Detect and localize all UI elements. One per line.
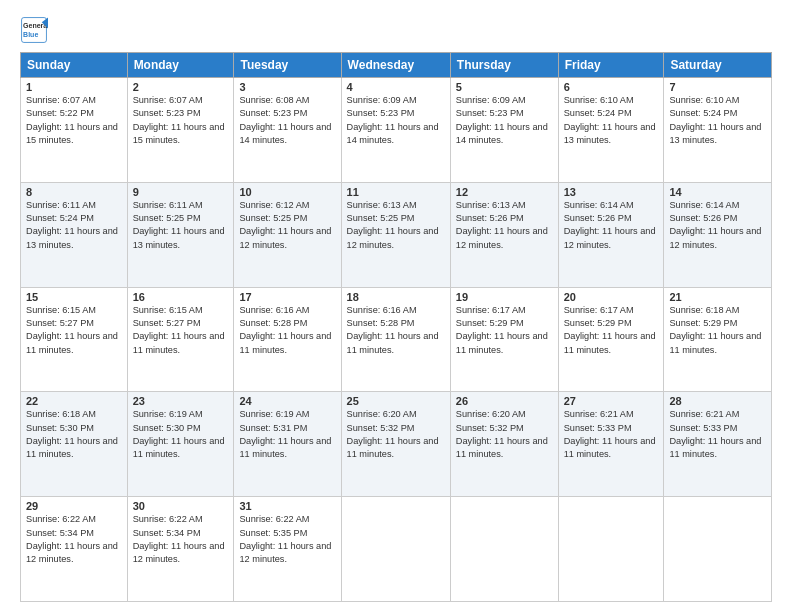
table-row: 27Sunrise: 6:21 AMSunset: 5:33 PMDayligh… bbox=[558, 392, 664, 497]
day-number: 19 bbox=[456, 291, 553, 303]
day-number: 30 bbox=[133, 500, 229, 512]
table-row: 17Sunrise: 6:16 AMSunset: 5:28 PMDayligh… bbox=[234, 287, 341, 392]
day-number: 15 bbox=[26, 291, 122, 303]
day-number: 27 bbox=[564, 395, 659, 407]
day-number: 18 bbox=[347, 291, 445, 303]
table-row: 9Sunrise: 6:11 AMSunset: 5:25 PMDaylight… bbox=[127, 182, 234, 287]
day-info: Sunrise: 6:07 AMSunset: 5:23 PMDaylight:… bbox=[133, 94, 229, 147]
day-info: Sunrise: 6:11 AMSunset: 5:25 PMDaylight:… bbox=[133, 199, 229, 252]
table-row: 18Sunrise: 6:16 AMSunset: 5:28 PMDayligh… bbox=[341, 287, 450, 392]
day-info: Sunrise: 6:11 AMSunset: 5:24 PMDaylight:… bbox=[26, 199, 122, 252]
day-number: 21 bbox=[669, 291, 766, 303]
day-info: Sunrise: 6:20 AMSunset: 5:32 PMDaylight:… bbox=[456, 408, 553, 461]
table-row: 5Sunrise: 6:09 AMSunset: 5:23 PMDaylight… bbox=[450, 78, 558, 183]
day-number: 16 bbox=[133, 291, 229, 303]
day-number: 29 bbox=[26, 500, 122, 512]
day-info: Sunrise: 6:22 AMSunset: 5:35 PMDaylight:… bbox=[239, 513, 335, 566]
table-row: 20Sunrise: 6:17 AMSunset: 5:29 PMDayligh… bbox=[558, 287, 664, 392]
col-header-tuesday: Tuesday bbox=[234, 53, 341, 78]
day-info: Sunrise: 6:17 AMSunset: 5:29 PMDaylight:… bbox=[564, 304, 659, 357]
table-row bbox=[450, 497, 558, 602]
col-header-friday: Friday bbox=[558, 53, 664, 78]
day-info: Sunrise: 6:15 AMSunset: 5:27 PMDaylight:… bbox=[133, 304, 229, 357]
col-header-monday: Monday bbox=[127, 53, 234, 78]
header: General Blue bbox=[20, 16, 772, 44]
table-row: 1Sunrise: 6:07 AMSunset: 5:22 PMDaylight… bbox=[21, 78, 128, 183]
table-row: 11Sunrise: 6:13 AMSunset: 5:25 PMDayligh… bbox=[341, 182, 450, 287]
day-number: 22 bbox=[26, 395, 122, 407]
day-info: Sunrise: 6:14 AMSunset: 5:26 PMDaylight:… bbox=[564, 199, 659, 252]
day-number: 9 bbox=[133, 186, 229, 198]
table-row: 2Sunrise: 6:07 AMSunset: 5:23 PMDaylight… bbox=[127, 78, 234, 183]
day-info: Sunrise: 6:09 AMSunset: 5:23 PMDaylight:… bbox=[456, 94, 553, 147]
day-number: 3 bbox=[239, 81, 335, 93]
table-row: 30Sunrise: 6:22 AMSunset: 5:34 PMDayligh… bbox=[127, 497, 234, 602]
day-number: 2 bbox=[133, 81, 229, 93]
col-header-sunday: Sunday bbox=[21, 53, 128, 78]
table-row: 24Sunrise: 6:19 AMSunset: 5:31 PMDayligh… bbox=[234, 392, 341, 497]
table-row: 25Sunrise: 6:20 AMSunset: 5:32 PMDayligh… bbox=[341, 392, 450, 497]
day-number: 17 bbox=[239, 291, 335, 303]
table-row: 29Sunrise: 6:22 AMSunset: 5:34 PMDayligh… bbox=[21, 497, 128, 602]
page: General Blue SundayMondayTuesdayWednesda… bbox=[0, 0, 792, 612]
day-number: 20 bbox=[564, 291, 659, 303]
day-number: 24 bbox=[239, 395, 335, 407]
col-header-wednesday: Wednesday bbox=[341, 53, 450, 78]
day-info: Sunrise: 6:13 AMSunset: 5:26 PMDaylight:… bbox=[456, 199, 553, 252]
day-info: Sunrise: 6:14 AMSunset: 5:26 PMDaylight:… bbox=[669, 199, 766, 252]
table-row bbox=[341, 497, 450, 602]
day-info: Sunrise: 6:07 AMSunset: 5:22 PMDaylight:… bbox=[26, 94, 122, 147]
day-info: Sunrise: 6:19 AMSunset: 5:31 PMDaylight:… bbox=[239, 408, 335, 461]
col-header-thursday: Thursday bbox=[450, 53, 558, 78]
day-info: Sunrise: 6:10 AMSunset: 5:24 PMDaylight:… bbox=[564, 94, 659, 147]
day-number: 12 bbox=[456, 186, 553, 198]
day-info: Sunrise: 6:15 AMSunset: 5:27 PMDaylight:… bbox=[26, 304, 122, 357]
day-number: 13 bbox=[564, 186, 659, 198]
day-info: Sunrise: 6:16 AMSunset: 5:28 PMDaylight:… bbox=[347, 304, 445, 357]
table-row: 12Sunrise: 6:13 AMSunset: 5:26 PMDayligh… bbox=[450, 182, 558, 287]
day-number: 7 bbox=[669, 81, 766, 93]
day-info: Sunrise: 6:12 AMSunset: 5:25 PMDaylight:… bbox=[239, 199, 335, 252]
day-info: Sunrise: 6:16 AMSunset: 5:28 PMDaylight:… bbox=[239, 304, 335, 357]
table-row: 3Sunrise: 6:08 AMSunset: 5:23 PMDaylight… bbox=[234, 78, 341, 183]
day-info: Sunrise: 6:18 AMSunset: 5:29 PMDaylight:… bbox=[669, 304, 766, 357]
table-row: 26Sunrise: 6:20 AMSunset: 5:32 PMDayligh… bbox=[450, 392, 558, 497]
day-info: Sunrise: 6:22 AMSunset: 5:34 PMDaylight:… bbox=[133, 513, 229, 566]
table-row bbox=[664, 497, 772, 602]
table-row: 21Sunrise: 6:18 AMSunset: 5:29 PMDayligh… bbox=[664, 287, 772, 392]
day-info: Sunrise: 6:17 AMSunset: 5:29 PMDaylight:… bbox=[456, 304, 553, 357]
table-row: 28Sunrise: 6:21 AMSunset: 5:33 PMDayligh… bbox=[664, 392, 772, 497]
day-number: 31 bbox=[239, 500, 335, 512]
table-row: 14Sunrise: 6:14 AMSunset: 5:26 PMDayligh… bbox=[664, 182, 772, 287]
day-info: Sunrise: 6:18 AMSunset: 5:30 PMDaylight:… bbox=[26, 408, 122, 461]
table-row: 7Sunrise: 6:10 AMSunset: 5:24 PMDaylight… bbox=[664, 78, 772, 183]
table-row: 13Sunrise: 6:14 AMSunset: 5:26 PMDayligh… bbox=[558, 182, 664, 287]
day-number: 25 bbox=[347, 395, 445, 407]
day-number: 6 bbox=[564, 81, 659, 93]
day-info: Sunrise: 6:20 AMSunset: 5:32 PMDaylight:… bbox=[347, 408, 445, 461]
day-number: 11 bbox=[347, 186, 445, 198]
col-header-saturday: Saturday bbox=[664, 53, 772, 78]
table-row: 16Sunrise: 6:15 AMSunset: 5:27 PMDayligh… bbox=[127, 287, 234, 392]
day-info: Sunrise: 6:08 AMSunset: 5:23 PMDaylight:… bbox=[239, 94, 335, 147]
day-number: 4 bbox=[347, 81, 445, 93]
day-number: 8 bbox=[26, 186, 122, 198]
logo: General Blue bbox=[20, 16, 48, 44]
day-number: 14 bbox=[669, 186, 766, 198]
svg-rect-0 bbox=[22, 18, 47, 43]
table-row: 10Sunrise: 6:12 AMSunset: 5:25 PMDayligh… bbox=[234, 182, 341, 287]
day-number: 28 bbox=[669, 395, 766, 407]
day-info: Sunrise: 6:21 AMSunset: 5:33 PMDaylight:… bbox=[669, 408, 766, 461]
day-info: Sunrise: 6:22 AMSunset: 5:34 PMDaylight:… bbox=[26, 513, 122, 566]
logo-icon: General Blue bbox=[20, 16, 48, 44]
day-info: Sunrise: 6:09 AMSunset: 5:23 PMDaylight:… bbox=[347, 94, 445, 147]
calendar-table: SundayMondayTuesdayWednesdayThursdayFrid… bbox=[20, 52, 772, 602]
day-info: Sunrise: 6:21 AMSunset: 5:33 PMDaylight:… bbox=[564, 408, 659, 461]
day-info: Sunrise: 6:19 AMSunset: 5:30 PMDaylight:… bbox=[133, 408, 229, 461]
table-row: 31Sunrise: 6:22 AMSunset: 5:35 PMDayligh… bbox=[234, 497, 341, 602]
table-row: 23Sunrise: 6:19 AMSunset: 5:30 PMDayligh… bbox=[127, 392, 234, 497]
table-row: 19Sunrise: 6:17 AMSunset: 5:29 PMDayligh… bbox=[450, 287, 558, 392]
day-number: 10 bbox=[239, 186, 335, 198]
day-info: Sunrise: 6:10 AMSunset: 5:24 PMDaylight:… bbox=[669, 94, 766, 147]
svg-text:Blue: Blue bbox=[23, 31, 38, 38]
